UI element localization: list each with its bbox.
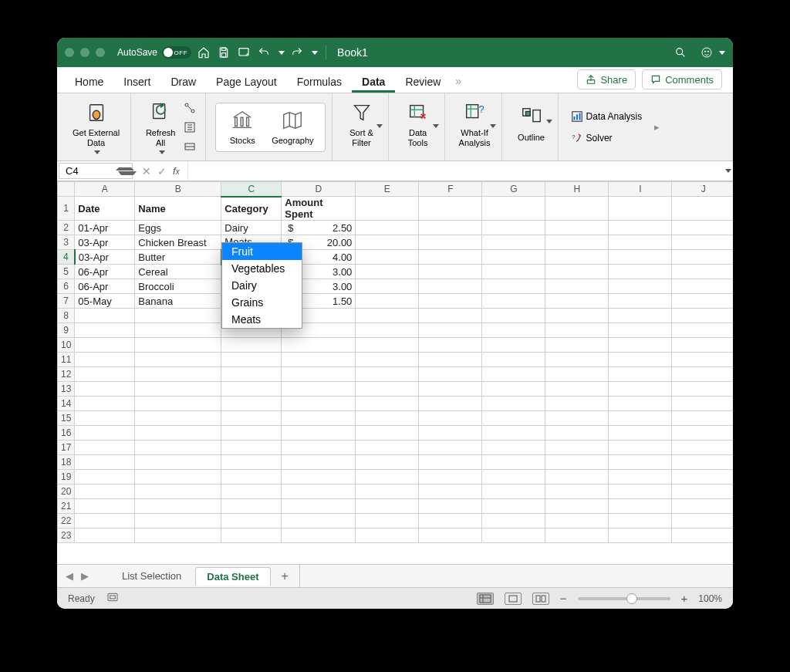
cell-F1[interactable] bbox=[419, 197, 482, 221]
cell-B18[interactable] bbox=[135, 455, 221, 470]
cell-A23[interactable] bbox=[75, 528, 135, 543]
cell-C10[interactable] bbox=[221, 338, 282, 353]
cell-A1[interactable]: Date bbox=[75, 197, 135, 221]
cell-C14[interactable] bbox=[221, 397, 282, 411]
col-header-D[interactable]: D bbox=[282, 182, 356, 197]
row-header-4[interactable]: 4 bbox=[58, 250, 75, 265]
cell-E5[interactable] bbox=[356, 265, 419, 279]
col-header-H[interactable]: H bbox=[545, 182, 609, 197]
row-header-2[interactable]: 2 bbox=[58, 221, 75, 235]
row-header-10[interactable]: 10 bbox=[58, 338, 75, 353]
cell-I13[interactable] bbox=[609, 382, 672, 397]
dropdown-option-meats[interactable]: Meats bbox=[222, 311, 302, 328]
cell-A21[interactable] bbox=[75, 499, 135, 514]
cell-E2[interactable] bbox=[356, 221, 419, 235]
cell-I20[interactable] bbox=[609, 485, 672, 499]
cell-E4[interactable] bbox=[356, 250, 419, 265]
cell-H6[interactable] bbox=[545, 279, 609, 294]
cell-F21[interactable] bbox=[419, 499, 482, 514]
what-if-analysis-button[interactable]: ? What-If Analysis bbox=[454, 98, 495, 156]
save-icon[interactable] bbox=[216, 45, 231, 60]
row-header-17[interactable]: 17 bbox=[58, 441, 75, 455]
get-external-data-button[interactable]: Get External Data bbox=[68, 98, 124, 156]
cell-G15[interactable] bbox=[482, 411, 545, 426]
tabs-overflow-icon[interactable]: » bbox=[451, 69, 466, 93]
cell-C17[interactable] bbox=[221, 441, 282, 455]
cell-H18[interactable] bbox=[545, 455, 609, 470]
cell-D10[interactable] bbox=[282, 338, 356, 353]
cell-D2[interactable]: $2.50 bbox=[282, 221, 356, 235]
cell-I9[interactable] bbox=[609, 323, 672, 338]
row-header-13[interactable]: 13 bbox=[58, 382, 75, 397]
cell-F20[interactable] bbox=[419, 485, 482, 499]
cell-D17[interactable] bbox=[282, 441, 356, 455]
cell-A22[interactable] bbox=[75, 514, 135, 528]
cell-H22[interactable] bbox=[545, 514, 609, 528]
cell-E13[interactable] bbox=[356, 382, 419, 397]
cell-G4[interactable] bbox=[482, 250, 545, 265]
tab-page-layout[interactable]: Page Layout bbox=[206, 70, 287, 93]
cell-B23[interactable] bbox=[135, 528, 221, 543]
cell-C21[interactable] bbox=[221, 499, 282, 514]
cell-E12[interactable] bbox=[356, 367, 419, 382]
cell-F19[interactable] bbox=[419, 470, 482, 485]
cell-C23[interactable] bbox=[221, 528, 282, 543]
cell-F8[interactable] bbox=[419, 309, 482, 323]
home-icon[interactable] bbox=[196, 45, 211, 60]
cell-G21[interactable] bbox=[482, 499, 545, 514]
cell-A8[interactable] bbox=[75, 309, 135, 323]
cancel-formula-icon[interactable]: ✕ bbox=[142, 165, 151, 177]
cell-F2[interactable] bbox=[419, 221, 482, 235]
cell-A5[interactable]: 06-Apr bbox=[75, 265, 135, 279]
cell-F15[interactable] bbox=[419, 411, 482, 426]
col-header-C[interactable]: C bbox=[221, 182, 282, 197]
cell-E11[interactable] bbox=[356, 353, 419, 367]
cell-A19[interactable] bbox=[75, 470, 135, 485]
cell-D12[interactable] bbox=[282, 367, 356, 382]
cell-B16[interactable] bbox=[135, 426, 221, 441]
cell-C1[interactable]: Category bbox=[221, 197, 282, 221]
cell-G8[interactable] bbox=[482, 309, 545, 323]
share-button[interactable]: Share bbox=[577, 69, 636, 89]
cell-I10[interactable] bbox=[609, 338, 672, 353]
dropdown-option-vegetables[interactable]: Vegetables bbox=[222, 260, 302, 277]
cell-B22[interactable] bbox=[135, 514, 221, 528]
row-header-5[interactable]: 5 bbox=[58, 265, 75, 279]
cell-J23[interactable] bbox=[672, 528, 733, 543]
cell-E8[interactable] bbox=[356, 309, 419, 323]
cell-F3[interactable] bbox=[419, 235, 482, 250]
name-box-dropdown-icon[interactable] bbox=[120, 167, 132, 175]
cell-E14[interactable] bbox=[356, 397, 419, 411]
data-validation-dropdown[interactable]: FruitVegetablesDairyGrainsMeats bbox=[221, 242, 302, 329]
cell-D15[interactable] bbox=[282, 411, 356, 426]
cell-J21[interactable] bbox=[672, 499, 733, 514]
tab-home[interactable]: Home bbox=[65, 70, 113, 93]
cell-I17[interactable] bbox=[609, 441, 672, 455]
cell-E9[interactable] bbox=[356, 323, 419, 338]
cell-E20[interactable] bbox=[356, 485, 419, 499]
cell-E1[interactable] bbox=[356, 197, 419, 221]
cell-H19[interactable] bbox=[545, 470, 609, 485]
cell-I11[interactable] bbox=[609, 353, 672, 367]
cell-F22[interactable] bbox=[419, 514, 482, 528]
dropdown-option-dairy[interactable]: Dairy bbox=[222, 277, 302, 294]
cell-G11[interactable] bbox=[482, 353, 545, 367]
cell-G22[interactable] bbox=[482, 514, 545, 528]
cell-C2[interactable]: Dairy bbox=[221, 221, 282, 235]
col-header-E[interactable]: E bbox=[356, 182, 419, 197]
cell-D21[interactable] bbox=[282, 499, 356, 514]
cell-J13[interactable] bbox=[672, 382, 733, 397]
maximize-window-button[interactable] bbox=[96, 48, 105, 57]
minimize-window-button[interactable] bbox=[80, 48, 89, 57]
dropdown-option-grains[interactable]: Grains bbox=[222, 294, 302, 311]
cell-D1[interactable]: Amount Spent bbox=[282, 197, 356, 221]
zoom-slider[interactable] bbox=[578, 597, 670, 600]
cell-E15[interactable] bbox=[356, 411, 419, 426]
tab-formulas[interactable]: Formulas bbox=[287, 70, 352, 93]
cell-J14[interactable] bbox=[672, 397, 733, 411]
cell-E10[interactable] bbox=[356, 338, 419, 353]
cell-H3[interactable] bbox=[545, 235, 609, 250]
cell-C20[interactable] bbox=[221, 485, 282, 499]
quickaccess-icon[interactable] bbox=[236, 45, 252, 60]
sort-filter-button[interactable]: Sort & Filter bbox=[342, 98, 382, 156]
